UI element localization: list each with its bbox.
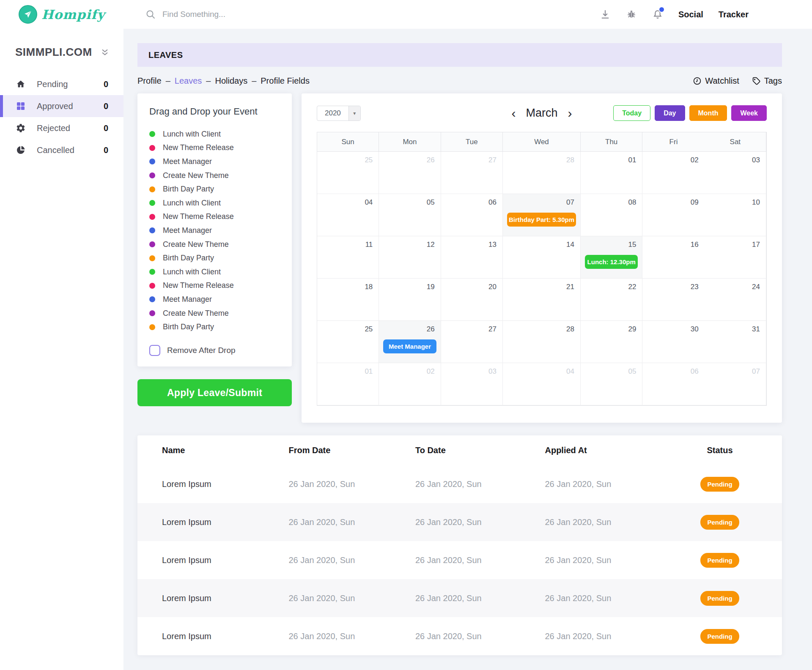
calendar-day-cell[interactable]: 25 xyxy=(317,152,379,194)
breadcrumb-leaves[interactable]: Leaves xyxy=(175,76,202,86)
calendar-day-cell[interactable]: 14 xyxy=(503,236,581,279)
calendar-day-cell[interactable]: 25 xyxy=(317,321,379,363)
remove-after-drop-checkbox[interactable] xyxy=(149,345,160,356)
event-color-dot xyxy=(149,310,155,316)
draggable-event[interactable]: Meet Manager xyxy=(149,155,280,169)
view-button[interactable]: Day xyxy=(655,105,685,121)
calendar-day-cell[interactable]: 29 xyxy=(581,321,642,363)
calendar-day-cell[interactable]: 26 xyxy=(379,152,441,194)
calendar-day-cell[interactable]: 10 xyxy=(705,194,766,236)
draggable-event[interactable]: Create New Theme xyxy=(149,306,280,320)
calendar-day-cell[interactable]: 05 xyxy=(581,363,642,405)
paper-plane-icon xyxy=(19,5,37,24)
draggable-event[interactable]: New Theme Release xyxy=(149,210,280,224)
calendar-date-label: 13 xyxy=(488,241,497,249)
calendar-day-cell[interactable]: 23 xyxy=(642,279,704,321)
calendar-day-cell[interactable]: 07 xyxy=(705,363,766,405)
breadcrumb-holidays[interactable]: Holidays xyxy=(215,76,247,86)
event-label: New Theme Release xyxy=(163,143,234,152)
bug-icon[interactable] xyxy=(626,9,637,20)
calendar-day-cell[interactable]: 06 xyxy=(441,194,503,236)
calendar-day-cell[interactable]: 11 xyxy=(317,236,379,279)
calendar-day-cell[interactable]: 01 xyxy=(317,363,379,405)
calendar-day-cell[interactable]: 02 xyxy=(379,363,441,405)
notifications-bell-icon[interactable] xyxy=(652,9,663,20)
sidebar-item-approved[interactable]: Approved 0 xyxy=(0,95,123,117)
nav-tracker[interactable]: Tracker xyxy=(719,10,749,19)
draggable-event[interactable]: Meet Manager xyxy=(149,293,280,306)
calendar-day-cell[interactable]: 09 xyxy=(642,194,704,236)
draggable-event[interactable]: Birth Day Party xyxy=(149,182,280,196)
calendar-day-cell[interactable]: 13 xyxy=(441,236,503,279)
draggable-event[interactable]: New Theme Release xyxy=(149,279,280,293)
view-button[interactable]: Month xyxy=(689,105,727,121)
calendar-day-cell[interactable]: 28 xyxy=(503,321,581,363)
calendar-day-cell[interactable]: 04 xyxy=(503,363,581,405)
calendar-day-cell[interactable]: 08 xyxy=(581,194,642,236)
tags-button[interactable]: Tags xyxy=(752,76,782,86)
calendar-day-cell[interactable]: 06 xyxy=(642,363,704,405)
calendar-day-header: Sat xyxy=(705,132,766,152)
nav-social[interactable]: Social xyxy=(678,10,703,19)
view-button[interactable]: Week xyxy=(731,105,767,121)
calendar-day-cell[interactable]: 12 xyxy=(379,236,441,279)
calendar-day-cell[interactable]: 28 xyxy=(503,152,581,194)
sidebar-item-rejected[interactable]: Rejected 0 xyxy=(0,117,123,139)
calendar-day-cell[interactable]: 26 Meet Manager xyxy=(379,321,441,363)
breadcrumb-profile-fields[interactable]: Profile Fields xyxy=(261,76,310,86)
watchlist-button[interactable]: Watchlist xyxy=(693,76,739,86)
remove-after-drop-label: Remove After Drop xyxy=(167,346,236,355)
calendar-event-pill[interactable]: Meet Manager xyxy=(383,339,436,353)
calendar-day-cell[interactable]: 17 xyxy=(705,236,766,279)
calendar-day-cell[interactable]: 27 xyxy=(441,321,503,363)
apply-leave-submit-button[interactable]: Apply Leave/Submit xyxy=(137,379,292,406)
draggable-event[interactable]: Lunch with Client xyxy=(149,196,280,210)
calendar-day-cell[interactable]: 22 xyxy=(581,279,642,321)
draggable-event[interactable]: Create New Theme xyxy=(149,238,280,252)
draggable-event[interactable]: New Theme Release xyxy=(149,141,280,155)
next-month-button[interactable]: › xyxy=(568,107,572,120)
calendar-event-pill[interactable]: Lunch: 12.30pm xyxy=(585,255,638,269)
breadcrumb-profile[interactable]: Profile xyxy=(137,76,162,86)
draggable-event[interactable]: Birth Day Party xyxy=(149,320,280,334)
calendar-day-cell[interactable]: 02 xyxy=(642,152,704,194)
year-select[interactable]: 2020 ▾ xyxy=(317,106,361,121)
cell-applied-at: 26 Jan 2020, Sun xyxy=(545,593,675,603)
draggable-event[interactable]: Birth Day Party xyxy=(149,251,280,265)
logo[interactable]: Hompify xyxy=(0,5,123,24)
calendar-day-cell[interactable]: 20 xyxy=(441,279,503,321)
draggable-event[interactable]: Create New Theme xyxy=(149,169,280,183)
calendar-day-cell[interactable]: 07 Birthday Part: 5.30pm xyxy=(503,194,581,236)
calendar-date-label: 17 xyxy=(752,241,760,249)
calendar-day-cell[interactable]: 21 xyxy=(503,279,581,321)
prev-month-button[interactable]: ‹ xyxy=(511,107,516,120)
calendar-day-cell[interactable]: 03 xyxy=(441,363,503,405)
calendar-day-cell[interactable]: 31 xyxy=(705,321,766,363)
draggable-event[interactable]: Meet Manager xyxy=(149,224,280,238)
calendar-day-cell[interactable]: 24 xyxy=(705,279,766,321)
app: Hompify Social Tracker SIMMPLI.COM xyxy=(0,0,812,670)
search-input[interactable] xyxy=(162,10,340,19)
calendar-day-cell[interactable]: 19 xyxy=(379,279,441,321)
event-label: Create New Theme xyxy=(163,309,229,318)
calendar-day-cell[interactable]: 04 xyxy=(317,194,379,236)
calendar-day-cell[interactable]: 05 xyxy=(379,194,441,236)
calendar-day-cell[interactable]: 27 xyxy=(441,152,503,194)
calendar-day-cell[interactable]: 18 xyxy=(317,279,379,321)
chevron-double-down-icon[interactable] xyxy=(100,47,110,57)
calendar-day-cell[interactable]: 30 xyxy=(642,321,704,363)
sidebar-item-pending[interactable]: Pending 0 xyxy=(0,73,123,95)
calendar-day-cell[interactable]: 16 xyxy=(642,236,704,279)
download-icon[interactable] xyxy=(600,9,611,20)
cell-from-date: 26 Jan 2020, Sun xyxy=(288,479,415,489)
calendar-day-cell[interactable]: 01 xyxy=(581,152,642,194)
calendar-event-pill[interactable]: Birthday Part: 5.30pm xyxy=(507,213,576,227)
calendar-day-cell[interactable]: 15 Lunch: 12.30pm xyxy=(581,236,642,279)
calendar-day-cell[interactable]: 03 xyxy=(705,152,766,194)
column-header-status: Status xyxy=(675,446,765,455)
draggable-event[interactable]: Lunch with Client xyxy=(149,265,280,279)
view-button[interactable]: Today xyxy=(613,105,650,121)
draggable-event[interactable]: Lunch with Client xyxy=(149,127,280,141)
table-header-row: Name From Date To Date Applied At Status xyxy=(137,435,782,465)
sidebar-item-cancelled[interactable]: Cancelled 0 xyxy=(0,139,123,161)
